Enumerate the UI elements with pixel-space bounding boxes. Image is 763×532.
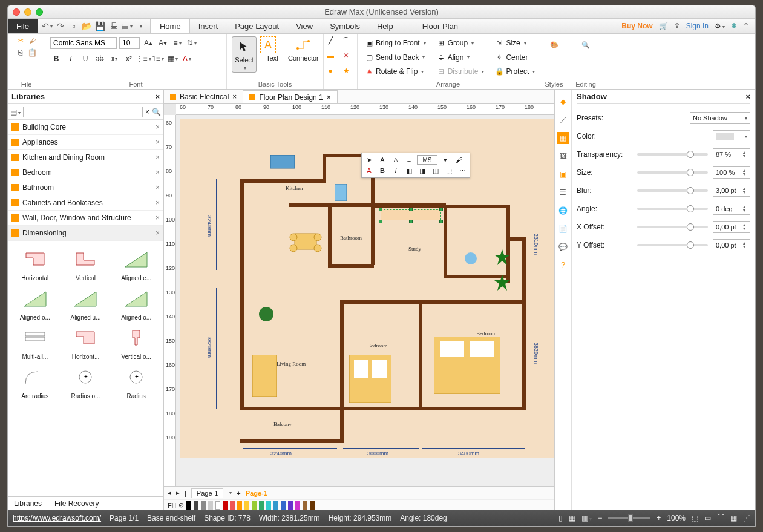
more-icon[interactable]: ▾ xyxy=(136,21,145,31)
image-tab-icon[interactable]: 🖼 xyxy=(557,150,569,162)
star-shape-icon[interactable]: ★ xyxy=(342,67,350,75)
color-swatch[interactable] xyxy=(266,501,271,510)
shape-item[interactable]: Aligned e... xyxy=(113,245,160,281)
color-swatch[interactable] xyxy=(208,501,213,510)
chevron-down-icon[interactable]: ▾ xyxy=(440,155,451,165)
share-icon[interactable]: ⇪ xyxy=(674,22,680,30)
paste-icon[interactable]: 📋 xyxy=(28,48,37,57)
canvas-scroll[interactable]: Kitchen Bathroom Study Bedroom Bedroom L… xyxy=(176,115,554,486)
numbering-icon[interactable]: 1≡▾ xyxy=(152,53,164,65)
fit-page-icon[interactable]: ⬚ xyxy=(692,514,698,522)
rect-shape-icon[interactable]: ▬ xyxy=(326,51,335,60)
color-swatch[interactable] xyxy=(194,501,198,510)
mini-font-select[interactable]: MS xyxy=(417,155,437,165)
close-icon[interactable]: × xyxy=(156,183,160,192)
shape-item[interactable]: Aligned o... xyxy=(113,284,160,321)
color-select[interactable]: ▾ xyxy=(713,130,750,142)
new-icon[interactable]: ▫ xyxy=(69,21,79,31)
fill-icon[interactable]: ◧ xyxy=(404,166,414,176)
shape-item[interactable]: Horizontal xyxy=(11,245,59,281)
category-item[interactable]: Bathroom× xyxy=(8,180,163,195)
circle-shape-icon[interactable]: ● xyxy=(326,67,335,75)
buy-now-link[interactable]: Buy Now xyxy=(621,22,652,30)
subscript-icon[interactable]: x₂ xyxy=(108,53,120,65)
doc-tab[interactable]: Basic Electrical× xyxy=(164,90,243,103)
file-menu-button[interactable]: File xyxy=(8,19,38,33)
tab-file-recovery[interactable]: File Recovery xyxy=(48,497,105,510)
list-tab-icon[interactable]: ☰ xyxy=(557,186,569,199)
close-icon[interactable]: × xyxy=(156,138,160,146)
cross-shape-icon[interactable]: ✕ xyxy=(342,51,350,60)
color-swatch[interactable] xyxy=(230,501,235,510)
angle-slider[interactable] xyxy=(637,208,708,210)
theme-icon[interactable]: ⬚ xyxy=(444,166,454,176)
close-icon[interactable]: × xyxy=(156,123,160,131)
help-tab-icon[interactable]: ? xyxy=(557,259,569,271)
format-painter-icon[interactable]: 🖌 xyxy=(453,155,464,165)
tab-page-layout[interactable]: Page Layout xyxy=(226,19,287,33)
close-icon[interactable]: × xyxy=(156,229,160,237)
search-icon[interactable]: 🔍 xyxy=(152,108,161,116)
distribute-button[interactable]: ⊟Distribute▾ xyxy=(434,65,487,78)
increase-font-icon[interactable]: A▴ xyxy=(142,37,154,49)
tab-home[interactable]: Home xyxy=(151,19,190,33)
italic-icon[interactable]: I xyxy=(65,53,77,65)
zoom-out-icon[interactable]: − xyxy=(598,514,602,522)
clear-icon[interactable]: × xyxy=(145,108,149,116)
fullscreen-icon[interactable]: ⛶ xyxy=(717,514,724,522)
shape-item[interactable]: Arc radius xyxy=(11,363,59,399)
shape-item[interactable]: +Radius xyxy=(113,363,160,399)
minimize-icon[interactable] xyxy=(24,8,31,16)
save-icon[interactable]: 💾 xyxy=(96,21,105,31)
status-url[interactable]: https://www.edrawsoft.com/ xyxy=(13,514,101,522)
no-fill-icon[interactable]: ⊘ xyxy=(178,501,184,509)
size-button[interactable]: ⇲Size▾ xyxy=(493,36,537,50)
presets-select[interactable]: No Shadow▾ xyxy=(690,112,750,124)
color-tab-icon[interactable]: ▣ xyxy=(557,168,569,180)
category-item[interactable]: Appliances× xyxy=(8,135,163,150)
shape-item[interactable]: Horizont... xyxy=(62,323,110,360)
superscript-icon[interactable]: x² xyxy=(123,53,135,65)
line-icon[interactable]: ◫ xyxy=(430,166,441,176)
align-icon[interactable]: ≡ xyxy=(404,155,414,165)
color-swatch[interactable] xyxy=(223,501,228,510)
sign-in-link[interactable]: Sign In xyxy=(686,22,709,30)
globe-tab-icon[interactable]: 🌐 xyxy=(557,205,569,217)
align-button[interactable]: ≑Align▾ xyxy=(434,51,487,64)
close-icon[interactable]: × xyxy=(327,93,331,102)
category-item[interactable]: Dimensioning× xyxy=(8,226,163,241)
decrease-font-icon[interactable]: A▾ xyxy=(157,37,169,49)
close-icon[interactable]: × xyxy=(745,92,750,101)
view-mode3-icon[interactable]: ▥▾ xyxy=(581,514,592,522)
floor-plan-canvas[interactable]: Kitchen Bathroom Study Bedroom Bedroom L… xyxy=(180,119,554,458)
color-swatch[interactable] xyxy=(244,501,249,510)
size-input[interactable]: 100 %▲▼ xyxy=(713,166,750,179)
font-color-icon[interactable]: A▾ xyxy=(181,53,193,65)
brush-icon[interactable]: 🖌 xyxy=(28,36,37,45)
zoom-slider[interactable] xyxy=(608,517,650,519)
close-icon[interactable] xyxy=(13,8,20,16)
close-icon[interactable]: × xyxy=(156,199,160,207)
format-painter-icon[interactable]: ✂ xyxy=(16,36,25,45)
blur-slider[interactable] xyxy=(637,189,708,192)
font-large-icon[interactable]: A xyxy=(377,155,388,165)
fit-width-icon[interactable]: ▭ xyxy=(704,514,711,522)
shadow-tab-icon[interactable]: ▦ xyxy=(557,132,569,144)
tab-libraries[interactable]: Libraries xyxy=(8,497,48,510)
rotate-flip-button[interactable]: 🔺Rotate & Flip▾ xyxy=(362,65,428,78)
font-color-icon[interactable]: A xyxy=(364,166,375,176)
copy-icon[interactable]: ⎘ xyxy=(16,48,25,57)
category-item[interactable]: Bedroom× xyxy=(8,165,163,180)
color-swatch[interactable] xyxy=(237,501,242,510)
italic-icon[interactable]: I xyxy=(390,166,401,176)
transparency-slider[interactable] xyxy=(637,153,708,156)
line-tab-icon[interactable]: ／ xyxy=(557,114,569,126)
fill-tab-icon[interactable]: ◆ xyxy=(557,96,569,108)
add-page-button[interactable]: + xyxy=(237,490,240,497)
shape-item[interactable]: Aligned o... xyxy=(11,284,59,321)
select-tool[interactable]: Select▾ xyxy=(232,36,257,73)
maximize-icon[interactable] xyxy=(36,8,43,16)
more-icon[interactable]: ⋯ xyxy=(457,166,468,176)
text-tool[interactable]: A Text xyxy=(260,36,284,62)
font-small-icon[interactable]: A xyxy=(390,155,401,165)
